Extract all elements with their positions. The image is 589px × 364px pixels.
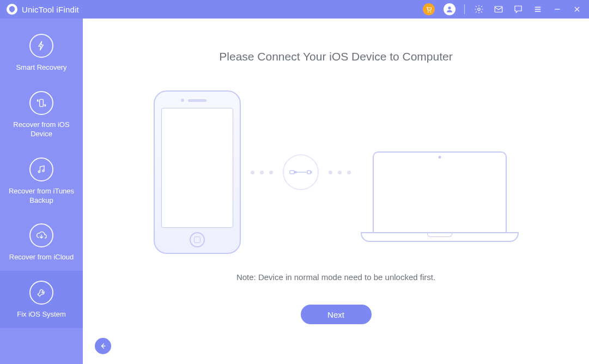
sidebar-item-smart-recovery[interactable]: Smart Recovery [0,24,83,81]
svg-point-1 [430,11,431,13]
music-note-icon [29,157,53,181]
sidebar-item-fix-ios[interactable]: Fix iOS System [0,271,83,328]
phone-illustration-icon [154,90,241,254]
sidebar-item-label: Recover from iTunes Backup [4,187,78,205]
sidebar-item-recover-icloud[interactable]: Recover from iCloud [0,214,83,271]
divider [464,4,465,14]
svg-rect-4 [495,7,502,13]
sidebar-item-recover-itunes[interactable]: Recover from iTunes Backup [0,148,83,214]
phone-refresh-icon [29,91,53,115]
sidebar-item-recover-ios-device[interactable]: Recover from iOS Device [0,81,83,148]
page-heading: Please Connect Your iOS Device to Comput… [83,50,589,63]
menu-icon[interactable] [532,4,543,15]
dots-right [329,171,351,174]
svg-rect-11 [307,171,311,174]
cable-icon [283,154,319,190]
next-button[interactable]: Next [301,305,372,324]
app-logo-icon [7,4,17,15]
svg-point-6 [38,171,40,172]
cloud-download-icon [29,223,53,247]
mail-icon[interactable] [493,4,504,15]
svg-rect-9 [294,172,296,173]
user-icon[interactable] [444,3,456,15]
cart-icon[interactable] [423,3,435,15]
svg-rect-5 [40,99,44,106]
gear-icon[interactable] [473,4,484,15]
wrench-icon [29,281,53,305]
back-button[interactable] [95,338,111,354]
svg-rect-8 [290,171,294,174]
svg-point-0 [428,11,429,13]
sidebar: Smart Recovery Recover from iOS Device R… [0,19,83,364]
note-text: Note: Device in normal mode need to be u… [83,272,589,282]
feedback-icon[interactable] [513,4,524,15]
app-title: UnicTool iFindit [22,5,79,14]
sidebar-item-label: Fix iOS System [17,310,66,319]
titlebar: UnicTool iFindit [0,0,589,19]
close-icon[interactable] [572,4,582,15]
main-panel: Please Connect Your iOS Device to Comput… [83,19,589,364]
svg-rect-12 [311,172,312,173]
svg-point-7 [42,170,44,172]
connect-illustration [83,90,589,254]
lightning-icon [29,34,53,58]
svg-point-2 [448,7,451,9]
dots-left [251,171,273,174]
svg-point-3 [478,8,481,11]
sidebar-item-label: Recover from iOS Device [4,120,78,139]
minimize-icon[interactable] [552,4,563,15]
sidebar-item-label: Smart Recovery [16,63,66,72]
sidebar-item-label: Recover from iCloud [9,253,74,262]
laptop-illustration-icon [361,151,519,250]
